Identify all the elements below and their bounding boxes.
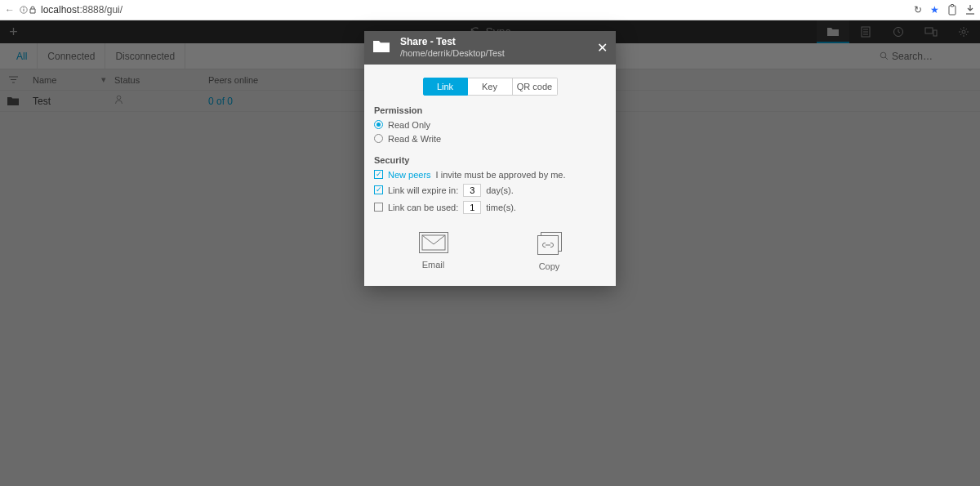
modal-title: Share - Test	[400, 36, 587, 48]
copy-icon	[537, 232, 562, 255]
close-icon[interactable]: ✕	[597, 40, 608, 56]
checkbox-icon	[374, 185, 383, 194]
modal-header: Share - Test /home/derrik/Desktop/Test ✕	[364, 31, 616, 65]
expire-days-input[interactable]	[463, 184, 481, 197]
svg-point-2	[23, 7, 24, 8]
uses-post: time(s).	[486, 203, 516, 212]
tab-link[interactable]: Link	[423, 78, 468, 96]
tab-qrcode[interactable]: QR code	[513, 78, 558, 96]
url-rest: :8888/gui/	[79, 4, 122, 16]
svg-rect-3	[949, 6, 956, 15]
check-expire[interactable]: Link will expire in: day(s).	[374, 184, 606, 197]
uses-pre: Link can be used:	[388, 203, 458, 212]
checkbox-icon	[374, 170, 383, 179]
radio-read-only[interactable]: Read Only	[374, 120, 606, 130]
copy-label: Copy	[539, 261, 560, 271]
browser-chrome: ← localhost:8888/gui/ ↻ ★	[0, 0, 980, 20]
share-mode-tabs: Link Key QR code	[374, 78, 606, 96]
app-root: + Sync All Connected Disconnected Name ▾…	[0, 20, 980, 486]
checkbox-icon	[374, 203, 383, 212]
expire-pre: Link will expire in:	[388, 185, 458, 195]
svg-rect-1	[23, 9, 24, 11]
share-modal: Share - Test /home/derrik/Desktop/Test ✕…	[364, 31, 616, 286]
clipboard-icon[interactable]	[947, 4, 957, 16]
uses-count-input[interactable]	[463, 201, 481, 214]
url-bar[interactable]: localhost:8888/gui/	[41, 4, 909, 16]
permission-label: Permission	[374, 105, 606, 115]
download-icon[interactable]	[965, 4, 975, 16]
check-new-peers[interactable]: New peers I invite must be approved by m…	[374, 170, 606, 180]
copy-action[interactable]: Copy	[537, 232, 562, 271]
email-icon	[419, 232, 448, 253]
new-peers-text: I invite must be approved by me.	[436, 170, 566, 180]
radio-icon	[374, 134, 383, 143]
lock-info-icon	[20, 6, 36, 14]
email-label: Email	[422, 260, 445, 270]
email-action[interactable]: Email	[419, 232, 448, 271]
url-host: localhost	[41, 4, 79, 16]
folder-icon	[372, 38, 390, 56]
radio-read-write-label: Read & Write	[388, 134, 441, 144]
tab-key[interactable]: Key	[468, 78, 513, 96]
reload-icon[interactable]: ↻	[914, 4, 922, 16]
svg-rect-4	[951, 5, 954, 7]
radio-icon	[374, 120, 383, 129]
modal-subtitle: /home/derrik/Desktop/Test	[400, 48, 587, 60]
security-label: Security	[374, 155, 606, 165]
new-peers-link[interactable]: New peers	[388, 170, 431, 180]
expire-post: day(s).	[486, 185, 514, 195]
bookmark-star-icon[interactable]: ★	[930, 4, 939, 16]
radio-read-only-label: Read Only	[388, 120, 430, 130]
check-uses[interactable]: Link can be used: time(s).	[374, 201, 606, 214]
back-icon[interactable]: ←	[5, 4, 15, 16]
radio-read-write[interactable]: Read & Write	[374, 134, 606, 144]
